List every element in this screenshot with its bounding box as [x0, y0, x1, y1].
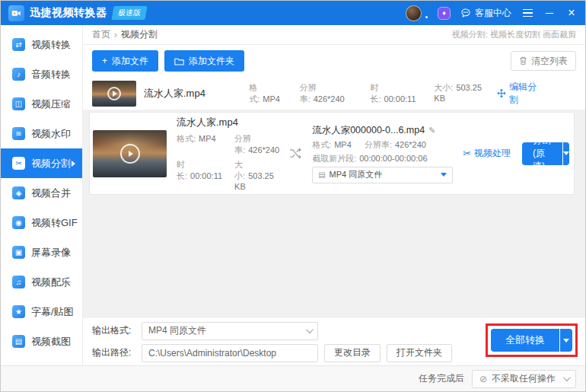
clear-list-label: 清空列表	[531, 55, 568, 68]
video-screenshot-icon: ▤	[12, 335, 25, 348]
avatar-dot	[425, 16, 428, 18]
split-button[interactable]: 分割(原速)	[522, 142, 562, 165]
app-logo-icon	[8, 5, 24, 21]
file-meta: 格式:MP4 分辨率:426*240 时长:00:00:11 大小:503.25…	[249, 82, 489, 105]
video-thumbnail[interactable]	[92, 81, 136, 107]
video-merge-icon: ◈	[12, 186, 25, 199]
sidebar-item-video-compress[interactable]: ◫ 视频压缩	[1, 89, 82, 119]
minimize-button[interactable]: ─	[543, 7, 556, 19]
convert-all-button[interactable]: 全部转换	[491, 329, 559, 352]
menu-button[interactable]	[521, 7, 533, 19]
breadcrumb: 首页 › 视频分割 视频分割: 视频长度切割 画面裁剪	[83, 25, 585, 45]
scissors-icon: ✂	[463, 148, 471, 159]
split-button-group: 分割(原速)	[522, 142, 569, 165]
sidebar-item-screen-record[interactable]: ▣ 屏幕录像	[1, 237, 82, 267]
change-dir-button[interactable]: 更改目录	[324, 344, 381, 362]
version-badge: 极速版	[111, 6, 147, 20]
sidebar-item-video-convert[interactable]: ⇄ 视频转换	[1, 30, 82, 59]
sidebar-item-label: 视频分割	[31, 157, 71, 171]
chat-icon	[460, 8, 471, 18]
shuffle-arrows-icon	[289, 148, 302, 159]
segment-output-info: 流水人家000000-0...6.mp4 ✎ 格式:MP4 分辨率:426*24…	[312, 124, 453, 183]
main-area: 首页 › 视频分割 视频分割: 视频长度切割 画面裁剪 + 添加文件 添加文件夹…	[83, 25, 585, 365]
crop-move-icon	[497, 88, 506, 98]
add-file-button[interactable]: + 添加文件	[92, 50, 158, 72]
video-convert-icon: ⇄	[12, 38, 25, 51]
convert-all-button-group: 全部转换	[491, 329, 572, 352]
user-avatar[interactable]	[406, 5, 422, 21]
after-task-label: 任务完成后	[419, 372, 464, 385]
sidebar-item-video-soundtrack[interactable]: ♫ 视频配乐	[1, 267, 82, 297]
submenu-arrow-icon	[72, 161, 75, 167]
sidebar-item-label: 视频转GIF	[31, 216, 78, 230]
subtitle-sticker-icon: ★	[12, 305, 25, 318]
after-task-select[interactable]: ⊘ 不采取任何操作	[472, 370, 576, 388]
split-options-button[interactable]	[563, 142, 569, 165]
play-icon[interactable]	[120, 144, 140, 164]
after-task-value: 不采取任何操作	[492, 372, 556, 385]
meta-duration: 时长:00:00:11	[370, 82, 419, 105]
dropdown-arrow-icon	[563, 339, 569, 343]
output-path-input[interactable]	[142, 344, 318, 362]
breadcrumb-home[interactable]: 首页	[92, 28, 110, 41]
hamburger-icon	[523, 9, 533, 18]
screen-record-icon: ▣	[12, 246, 25, 259]
output-format-select[interactable]: MP4 同原文件	[142, 322, 318, 340]
video-process-label: 视频处理	[474, 147, 511, 160]
meta-resolution: 分辨率:426*240	[300, 82, 355, 105]
segment-format-select[interactable]: ▤ MP4 同原文件	[312, 167, 453, 183]
video-split-icon: ✂	[12, 157, 25, 170]
sidebar-item-video-split[interactable]: ✂ 视频分割	[1, 148, 82, 178]
edit-split-label: 编辑分割	[509, 81, 543, 107]
video-process-link[interactable]: ✂ 视频处理	[463, 147, 511, 160]
video-watermark-icon: ≋	[12, 127, 25, 140]
sidebar-item-video-to-gif[interactable]: ◉ 视频转GIF	[1, 208, 82, 237]
sidebar-item-label: 字幕/贴图	[31, 305, 74, 319]
src-meta-duration: 时长:00:00:11	[177, 159, 222, 191]
folder-icon	[174, 57, 184, 65]
convert-options-button[interactable]	[560, 329, 572, 352]
sidebar-item-label: 视频转换	[31, 38, 71, 52]
sidebar-item-video-merge[interactable]: ◈ 视频合并	[1, 178, 82, 208]
close-button[interactable]: ×	[565, 7, 578, 19]
chevron-down-icon	[306, 326, 314, 333]
output-path-label: 输出路径:	[92, 346, 135, 359]
toolbar: + 添加文件 添加文件夹 清空列表	[83, 45, 585, 77]
chevron-down-icon	[563, 374, 571, 381]
no-action-icon: ⊘	[479, 374, 487, 384]
video-to-gif-icon: ◉	[12, 216, 25, 229]
out-meta: 格式:MP4 分辨率:426*240	[312, 139, 453, 151]
sidebar-item-video-screenshot[interactable]: ▤ 视频截图	[1, 327, 82, 356]
sidebar-item-label: 视频截图	[31, 335, 71, 349]
sidebar-item-subtitle-sticker[interactable]: ★ 字幕/贴图	[1, 297, 82, 327]
segment-output-name: 流水人家000000-0...6.mp4	[312, 124, 425, 137]
add-folder-button[interactable]: 添加文件夹	[164, 50, 244, 72]
edit-split-link[interactable]: 编辑分割	[497, 81, 543, 107]
app-window: 迅捷视频转换器 极速版 ♦ 客服中心 ─ × ⇄ 视频转换 ♪ 音频转换	[0, 0, 586, 392]
support-center-button[interactable]: 客服中心	[460, 7, 511, 20]
status-bar: 任务完成后 ⊘ 不采取任何操作	[1, 365, 585, 391]
segment-format-value: MP4 同原文件	[330, 169, 383, 180]
segment-source-name: 流水人家.mp4	[177, 116, 279, 129]
clear-list-button[interactable]: 清空列表	[511, 51, 576, 71]
sidebar-item-video-watermark[interactable]: ≋ 视频水印	[1, 119, 82, 148]
dropdown-arrow-icon	[441, 173, 447, 177]
app-title: 迅捷视频转换器	[30, 6, 107, 20]
rename-pencil-icon[interactable]: ✎	[428, 126, 435, 135]
film-icon: ▤	[318, 171, 325, 179]
sidebar-item-label: 音频转换	[31, 68, 71, 81]
src-meta-resolution: 分辨率:426*240	[234, 133, 279, 156]
video-compress-icon: ◫	[12, 97, 25, 110]
segment-card[interactable]: 流水人家.mp4 格式:MP4 分辨率:426*240 时长:00:00:11 …	[89, 112, 575, 195]
play-icon[interactable]	[107, 87, 121, 100]
sidebar-item-audio-convert[interactable]: ♪ 音频转换	[1, 59, 82, 89]
open-folder-button[interactable]: 打开文件夹	[387, 344, 452, 362]
file-name: 流水人家.mp4	[144, 87, 241, 100]
page-hint: 视频分割: 视频长度切割 画面裁剪	[452, 29, 576, 40]
titlebar: 迅捷视频转换器 极速版 ♦ 客服中心 ─ ×	[1, 1, 585, 25]
segment-thumbnail[interactable]	[93, 130, 167, 177]
file-row[interactable]: 流水人家.mp4 格式:MP4 分辨率:426*240 时长:00:00:11 …	[83, 77, 585, 110]
sidebar-item-label: 视频压缩	[31, 97, 71, 111]
sidebar-item-label: 视频水印	[31, 127, 71, 141]
vip-badge-icon[interactable]: ♦	[438, 7, 451, 20]
